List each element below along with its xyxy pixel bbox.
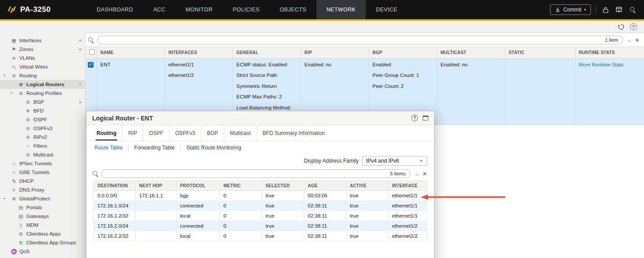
dialog-tab-routing[interactable]: Routing [91,125,122,141]
address-family-select[interactable]: IPv4 and IPv6 ▼ [362,156,427,166]
sidebar-item-label: OSPFv3 [33,126,52,131]
address-family-value: IPv4 and IPv6 [366,158,399,164]
sidebar-item-qos[interactable]: ♒QoS [0,247,85,256]
sidebar-item-gateways[interactable]: ▤Gateways [0,212,85,221]
dialog-tab-multicast[interactable]: Multicast [224,125,256,141]
brand: PA-3250 [0,5,58,15]
status-dot [79,84,81,86]
route-row[interactable]: 172.16.2.2/32local0true02:38:11trueether… [94,231,427,241]
config-lock-icon[interactable] [601,5,610,14]
dialog-tab-bfd-summary-information[interactable]: BFD Summary Information [256,125,331,141]
status-dot [79,101,81,103]
nav-policies[interactable]: POLICIES [223,0,270,19]
route-column-selected[interactable]: SELECTED [262,181,304,191]
sidebar-item-virtual-wires[interactable]: ∿Virtual Wires [0,62,85,71]
maximize-icon[interactable] [423,116,428,120]
bfd-icon: ❖ [25,108,31,114]
sidebar-item-dns-proxy[interactable]: ≡DNS Proxy [0,185,85,194]
sidebar-item-clientless-apps[interactable]: ⧉Clientless Apps [0,229,85,238]
help-icon[interactable]: ? [630,23,637,30]
route-row[interactable]: 172.16.1.2/32local0true02:38:11trueether… [94,211,427,221]
route-search-input[interactable]: 5 items [101,169,410,178]
route-cell-selected: true [262,201,304,211]
route-column-protocol[interactable]: PROTOCOL [176,181,220,191]
chevron-down-icon[interactable]: ▾ [4,73,5,77]
chevron-down-icon[interactable]: ▾ [4,196,5,200]
refresh-icon[interactable] [618,23,625,30]
column-header-general[interactable]: GENERAL [233,47,301,58]
dialog-header-icons: ? [411,115,428,121]
route-column-active[interactable]: ACTIVE [346,181,389,191]
sidebar-item-gre-tunnels[interactable]: ∩GRE Tunnels [0,168,85,177]
clear-filter-icon[interactable]: ✕ [422,171,427,177]
clear-filter-icon[interactable]: ✕ [635,37,640,43]
dialog-tab-bgp[interactable]: BGP [201,125,223,141]
nav-dashboard[interactable]: DASHBOARD [86,0,143,19]
select-all-header[interactable] [86,47,97,58]
route-column-metric[interactable]: METRIC [220,181,262,191]
qos-icon: ♒ [11,249,17,254]
sidebar-item-interfaces[interactable]: ▦Interfaces [0,36,85,45]
apply-filter-icon[interactable]: → [626,37,632,43]
column-header-name[interactable]: NAME [97,47,165,58]
dialog-tab-rip[interactable]: RIP [122,125,143,141]
dialog-header[interactable]: Logical Router - ENT ? [86,111,434,125]
subtab-forwarding-table[interactable]: Forwarding Table [128,145,180,151]
route-column-interface[interactable]: INTERFACE [389,181,427,191]
column-header-interfaces[interactable]: INTERFACES [165,47,233,58]
chevron-down-icon[interactable]: ▾ [11,91,12,95]
route-cell-destination: 172.16.1.0/24 [94,201,136,211]
sidebar-item-bfd[interactable]: ❖BFD [0,106,85,115]
sidebar-item-portals[interactable]: ▤Portals [0,203,85,212]
subtab-route-table[interactable]: Route Table [94,145,128,151]
dialog-tab-ospf[interactable]: OSPF [143,125,169,141]
sidebar-item-mdm[interactable]: ▯MDM [0,221,85,229]
sidebar-item-filters[interactable]: ◔Filters [0,142,85,150]
sidebar-item-ospfv3[interactable]: ⊛OSPFv3 [0,124,85,133]
sidebar-item-ripv2[interactable]: ⊛RIPv2 [0,133,85,142]
column-header-rip[interactable]: RIP [301,47,369,58]
sidebar-item-label: QoS [19,249,29,254]
sidebar-item-ospf[interactable]: ⊛OSPF [0,115,85,124]
route-column-age[interactable]: AGE [304,181,346,191]
column-header-multicast[interactable]: MULTICAST [437,47,505,58]
route-cell-selected: true [262,211,304,221]
task-manager-icon[interactable] [615,5,623,14]
more-runtime-stats-link[interactable]: More Runtime Stats [579,62,624,67]
sidebar-item-routing[interactable]: ▾⊛Routing [0,71,85,80]
sidebar-item-logical-routers[interactable]: ⊛Logical Routers [0,80,85,89]
nav-network[interactable]: NETWORK [317,0,366,19]
column-header-bgp[interactable]: BGP [369,47,437,58]
column-header-static[interactable]: STATIC [505,47,575,58]
row-checkbox[interactable]: ✓ [88,62,94,68]
sidebar-item-routing-profiles[interactable]: ▾⊛Routing Profiles [0,89,85,98]
nav-objects[interactable]: OBJECTS [270,0,316,19]
route-column-destination[interactable]: DESTINATION [94,181,136,191]
sidebar-item-dhcp[interactable]: ⇅DHCP [0,177,85,185]
apply-filter-icon[interactable]: → [414,171,419,177]
sidebar-item-ipsec-tunnels[interactable]: ∩IPSec Tunnels [0,159,85,168]
sidebar-item-clientless-app-groups[interactable]: ⧉Clientless App Groups [0,238,85,247]
sidebar-item-globalprotect[interactable]: ▾⊕GlobalProtect [0,194,85,203]
route-row[interactable]: 0.0.0.0/0172.16.1.1bgp0true00:03:05truee… [94,191,427,201]
select-all-checkbox[interactable] [89,49,95,55]
dialog-tab-ospfv3[interactable]: OSPFv3 [169,125,201,141]
column-header-runtime-stats[interactable]: RUNTIME STATS [575,47,644,58]
route-column-next-hop[interactable]: NEXT HOP [136,181,176,191]
search-input[interactable]: 1 item [97,36,623,44]
nav-device[interactable]: DEVICE [366,0,407,19]
commit-button[interactable]: Commit ▾ [550,4,591,15]
sidebar-item-bgp[interactable]: ⊛BGP [0,98,85,106]
dialog-help-icon[interactable]: ? [411,115,418,121]
status-dot [79,40,81,42]
nav-acc[interactable]: ACC [143,0,176,19]
nav-monitor[interactable]: MONITOR [176,0,223,19]
subtab-static-route-monitoring[interactable]: Static Route Monitoring [180,145,247,151]
sidebar-item-zones[interactable]: ⚑Zones [0,45,85,54]
sidebar-item-vlans[interactable]: ≋VLANs [0,54,85,62]
global-search-icon[interactable] [628,5,637,14]
routing-profiles-icon: ⊛ [18,91,24,96]
sidebar-item-multicast[interactable]: ⊛Multicast [0,150,85,159]
route-row[interactable]: 172.16.1.0/24connected0true02:38:11truee… [94,201,427,211]
route-row[interactable]: 172.16.2.0/24connected0true02:38:11truee… [94,221,427,231]
